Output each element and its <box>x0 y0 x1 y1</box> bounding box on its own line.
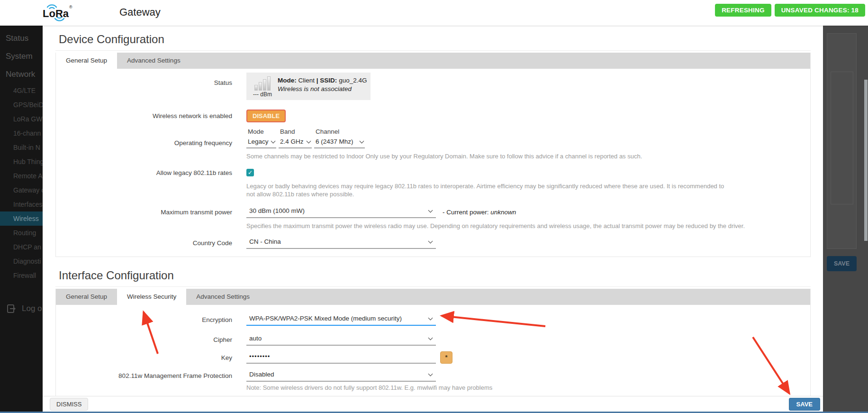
mfp-note-text: Note: Some wireless drivers do not fully… <box>246 384 810 391</box>
frequency-label: Operating frequency <box>56 128 232 147</box>
chevron-down-icon <box>307 138 311 143</box>
sidebar-item-network[interactable]: Network <box>0 65 43 83</box>
sidebar-item-remote-access[interactable]: Remote A <box>0 169 43 183</box>
sidebar-item-firewall[interactable]: Firewall <box>0 268 43 283</box>
tab-advanced-settings[interactable]: Advanced Settings <box>117 53 190 69</box>
disable-button[interactable]: DISABLE <box>246 110 286 122</box>
divider <box>55 286 811 287</box>
band-column-header: Band <box>280 128 312 135</box>
sidebar-item-wireless[interactable]: Wireless <box>0 211 43 226</box>
sidebar-item-interfaces[interactable]: Interfaces <box>0 197 43 211</box>
current-power-value: unknown <box>490 209 516 216</box>
page-title: Gateway <box>119 6 161 18</box>
country-select[interactable]: CN - China <box>246 237 436 249</box>
frequency-band-select[interactable]: 2.4 GHz <box>279 137 312 148</box>
legacy-rates-checkbox[interactable]: ✓ <box>246 169 254 176</box>
sidebar-item-routing[interactable]: Routing <box>0 226 43 240</box>
svg-text:®: ® <box>69 5 72 9</box>
chevron-down-icon <box>428 371 433 376</box>
frequency-help-text: Some channels may be restricted to Indoo… <box>246 152 725 160</box>
sidebar-item-hub-thing[interactable]: Hub Thing <box>0 155 43 169</box>
sidebar-item-16-channel[interactable]: 16-chann <box>0 126 43 140</box>
tx-power-label: Maximum transmit power <box>56 209 232 216</box>
sidebar: Status System Network 4G/LTE GPS/BeiD Lo… <box>0 25 43 412</box>
encryption-label: Encryption <box>56 316 232 323</box>
chevron-down-icon <box>428 335 433 340</box>
status-row: Status --- dBm <box>56 73 810 100</box>
sidebar-item-built-in-ns[interactable]: Built-in N <box>0 140 43 155</box>
encryption-select[interactable]: WPA-PSK/WPA2-PSK Mixed Mode (medium secu… <box>246 313 436 326</box>
signal-strength-icon <box>254 76 271 91</box>
status-label: Status <box>56 73 232 86</box>
dimmed-underlying-dialog <box>827 33 857 249</box>
mode-column-header: Mode <box>248 128 276 135</box>
country-row: Country Code CN - China <box>56 237 810 249</box>
page-scrollbar[interactable] <box>864 80 868 241</box>
device-config-tabs: General Setup Advanced Settings <box>56 53 810 69</box>
reveal-password-button[interactable]: * <box>440 351 452 364</box>
current-power-text: - Current power: unknown <box>443 209 516 216</box>
status-text: Mode: Client | SSID: guo_2.4G Wireless i… <box>278 76 367 98</box>
dimmed-save-button: SAVE <box>827 256 857 271</box>
key-password-input[interactable]: •••••••• <box>246 351 436 364</box>
encryption-row: Encryption WPA-PSK/WPA2-PSK Mixed Mode (… <box>56 313 810 326</box>
device-config-card: General Setup Advanced Settings Status <box>55 53 811 257</box>
frequency-channel-select[interactable]: 6 (2437 Mhz) <box>314 137 365 148</box>
logout-button[interactable]: Log o <box>6 303 42 314</box>
interface-config-title: Interface Configuration <box>59 268 811 283</box>
cipher-select[interactable]: auto <box>246 333 436 346</box>
cipher-label: Cipher <box>56 336 232 343</box>
tab-general-setup[interactable]: General Setup <box>56 53 117 69</box>
sidebar-item-gateway[interactable]: Gateway o <box>0 183 43 197</box>
top-header: LoRa ® Gateway REFRESHING UNSAVED CHANGE… <box>0 0 868 26</box>
sidebar-item-gps-beidou[interactable]: GPS/BeiD <box>0 98 43 112</box>
wireless-status-box: --- dBm Mode: Client | SSID: guo_2.4G Wi… <box>246 73 371 100</box>
tab-wireless-security[interactable]: Wireless Security <box>117 289 186 305</box>
key-row: Key •••••••• * <box>56 351 810 364</box>
tx-power-select[interactable]: 30 dBm (1000 mW) <box>246 206 436 218</box>
sidebar-item-status[interactable]: Status <box>0 29 43 47</box>
lora-logo-icon: LoRa ® <box>40 2 74 23</box>
refreshing-badge[interactable]: REFRESHING <box>715 4 771 17</box>
logout-label: Log o <box>22 304 42 313</box>
logout-icon <box>6 303 17 314</box>
interface-config-form: Encryption WPA-PSK/WPA2-PSK Mixed Mode (… <box>56 305 810 396</box>
sidebar-item-lora-gw[interactable]: LoRa GW <box>0 112 43 126</box>
dismiss-button[interactable]: DISMISS <box>50 398 88 411</box>
enabled-label: Wireless network is enabled <box>56 112 232 119</box>
tab-if-advanced-settings[interactable]: Advanced Settings <box>186 289 260 305</box>
chevron-down-icon <box>360 138 364 143</box>
frequency-mode-select[interactable]: Legacy <box>246 137 276 148</box>
mfp-select[interactable]: Disabled <box>246 369 436 382</box>
chevron-down-icon <box>428 239 433 243</box>
svg-text:LoRa: LoRa <box>43 8 69 19</box>
chevron-down-icon <box>428 315 433 320</box>
legacy-rates-label: Allow legacy 802.11b rates <box>56 169 232 176</box>
unsaved-changes-badge[interactable]: UNSAVED CHANGES: 18 <box>775 4 865 17</box>
device-config-form: Status --- dBm <box>56 69 810 257</box>
mfp-label: 802.11w Management Frame Protection <box>56 372 232 379</box>
chevron-down-icon <box>271 138 276 143</box>
modal-backdrop: SAVE <box>823 26 868 412</box>
country-label: Country Code <box>56 239 232 247</box>
key-label: Key <box>56 354 232 361</box>
tab-if-general-setup[interactable]: General Setup <box>56 289 117 305</box>
chevron-down-icon <box>428 208 433 212</box>
tx-power-row: Maximum transmit power 30 dBm (1000 mW) … <box>56 206 810 218</box>
signal-dbm-value: --- dBm <box>253 91 272 98</box>
interface-config-tabs: General Setup Wireless Security Advanced… <box>56 289 810 305</box>
sidebar-item-dhcp-dns[interactable]: DHCP an <box>0 240 43 254</box>
legacy-rates-row: Allow legacy 802.11b rates ✓ <box>56 169 810 176</box>
dimmed-dialog-content <box>831 72 853 204</box>
sidebar-item-4g-lte[interactable]: 4G/LTE <box>0 83 43 98</box>
mode-value: Client <box>298 77 315 84</box>
cipher-row: Cipher auto <box>56 333 810 346</box>
panel-footer: DISMISS SAVE <box>43 396 823 412</box>
mfp-row: 802.11w Management Frame Protection Disa… <box>56 369 810 382</box>
save-button[interactable]: SAVE <box>789 398 820 411</box>
sidebar-item-system[interactable]: System <box>0 47 43 65</box>
sidebar-item-diagnostics[interactable]: Diagnosti <box>0 254 43 268</box>
ssid-value: guo_2.4G <box>339 77 367 84</box>
legacy-rates-help-text: Legacy or badly behaving devices may req… <box>246 182 725 198</box>
frequency-row: Operating frequency Mode Legacy Band <box>56 128 810 148</box>
